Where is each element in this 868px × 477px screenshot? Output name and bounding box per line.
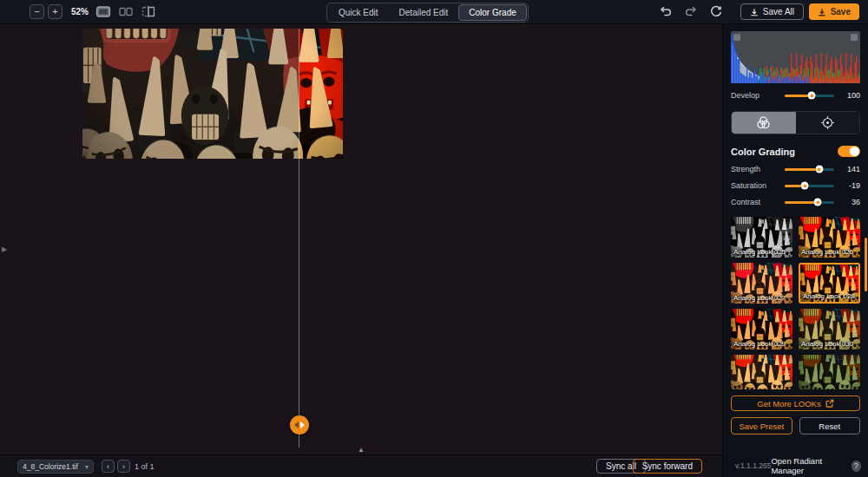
download-icon — [818, 8, 826, 16]
look-preset-grid: Analog Look 025 Analog Look 026 Analog L… — [731, 217, 860, 389]
preset-label: Analog Look 025 — [733, 248, 786, 256]
preset-thumbnail — [799, 355, 860, 389]
photo-canvas[interactable] — [82, 29, 636, 448]
contrast-label: Contrast — [731, 198, 785, 206]
get-more-looks-button[interactable]: Get More LOOKs — [731, 395, 860, 411]
panel-scrollbar[interactable] — [865, 238, 867, 291]
color-grading-header: Color Grading — [731, 146, 860, 157]
side-by-side-view-icon[interactable] — [118, 5, 134, 18]
contrast-value: 36 — [839, 198, 860, 206]
image-canvas-area: ▶ ▲ 4_8_Colorize1.tif ▾ ‹ › 1 of 1 Sync … — [0, 24, 723, 477]
saturation-label: Saturation — [731, 181, 785, 190]
version-label: v.1.1.1.265 — [735, 461, 771, 470]
preset-analog-look-028[interactable]: Analog Look 028 — [799, 263, 860, 304]
help-icon[interactable]: ? — [852, 461, 861, 472]
history-controls — [659, 4, 723, 18]
tab-targeted-adjust[interactable] — [796, 112, 860, 134]
open-radiant-manager-link[interactable]: Open Radiant Manager — [771, 456, 845, 475]
reset-icon[interactable] — [709, 4, 723, 18]
reset-button[interactable]: Reset — [799, 417, 861, 435]
external-link-icon — [825, 399, 834, 408]
save-all-button[interactable]: Save All — [740, 3, 804, 20]
preset-thumbnail — [731, 355, 792, 389]
save-button[interactable]: Save — [809, 3, 859, 20]
view-mode-buttons — [95, 5, 156, 18]
slider-knob[interactable] — [815, 166, 823, 173]
develop-slider[interactable] — [785, 95, 834, 97]
left-panel-expand-arrow[interactable]: ▶ — [2, 245, 7, 253]
color-grading-title: Color Grading — [731, 147, 795, 157]
color-grading-sliders: Strength 141 Saturation -19 Contrast 36 — [731, 165, 860, 206]
highlight-clipping-indicator[interactable] — [851, 34, 858, 41]
contrast-slider[interactable] — [785, 201, 834, 204]
image-navigation: ‹ › — [102, 460, 130, 473]
get-more-looks-label: Get More LOOKs — [757, 399, 820, 408]
split-arrow-left-icon — [294, 421, 299, 428]
crosshair-icon — [820, 115, 835, 130]
strength-slider-row: Strength 141 — [731, 165, 860, 173]
preset-partial-row[interactable] — [799, 355, 860, 389]
color-wheels-icon — [756, 115, 771, 130]
preset-analog-look-025[interactable]: Analog Look 025 — [731, 217, 792, 258]
filmstrip-expand-arrow[interactable]: ▲ — [358, 446, 365, 454]
preset-label: Analog Look 030 — [801, 340, 853, 348]
slider-fill — [785, 201, 818, 204]
strength-label: Strength — [731, 165, 785, 173]
split-arrow-right-icon — [300, 421, 305, 428]
single-view-icon[interactable] — [95, 5, 111, 18]
tab-color-looks[interactable] — [732, 112, 796, 134]
toggle-knob — [850, 147, 859, 156]
develop-slider-row: Develop 100 — [731, 91, 860, 100]
tab-detailed-edit[interactable]: Detailed Edit — [389, 4, 459, 21]
download-icon — [750, 8, 759, 16]
next-image-button[interactable]: › — [117, 460, 130, 473]
panel-footer: v.1.1.1.265 Open Radiant Manager ? — [723, 454, 868, 477]
zoom-in-button[interactable]: + — [48, 4, 62, 19]
slider-knob[interactable] — [801, 182, 809, 190]
tab-quick-edit[interactable]: Quick Edit — [328, 4, 389, 21]
histogram — [731, 31, 860, 83]
edit-mode-tabs: Quick Edit Detailed Edit Color Grade — [326, 3, 529, 23]
top-toolbar: − + 52% Quick Edit Detailed Edit Color G… — [0, 0, 868, 24]
chevron-down-icon: ▾ — [85, 463, 89, 471]
bottom-bar: 4_8_Colorize1.tif ▾ ‹ › 1 of 1 Sync all … — [0, 454, 722, 477]
shadow-clipping-indicator[interactable] — [733, 34, 740, 41]
preset-label: Analog Look 026 — [801, 248, 853, 256]
filename-label: 4_8_Colorize1.tif — [23, 462, 78, 471]
preset-label: Analog Look 028 — [803, 292, 855, 300]
sync-all-label: Sync all — [606, 461, 636, 471]
preset-analog-look-029[interactable]: Analog Look 029 — [731, 309, 792, 350]
saturation-slider[interactable] — [785, 185, 834, 187]
save-label: Save — [831, 7, 851, 16]
preset-partial-row[interactable] — [731, 355, 792, 389]
preset-analog-look-030[interactable]: Analog Look 030 — [799, 309, 860, 350]
slider-knob[interactable] — [808, 92, 816, 100]
color-grading-toggle[interactable] — [838, 146, 860, 157]
undo-icon[interactable] — [659, 4, 673, 18]
slider-fill — [785, 168, 819, 171]
strength-slider[interactable] — [785, 168, 834, 171]
zoom-out-button[interactable]: − — [30, 4, 44, 19]
develop-value: 100 — [839, 91, 860, 100]
preset-label: Analog Look 029 — [733, 340, 786, 348]
filename-dropdown[interactable]: 4_8_Colorize1.tif ▾ — [17, 460, 94, 474]
image-counter: 1 of 1 — [135, 462, 155, 471]
preset-analog-look-026[interactable]: Analog Look 026 — [799, 217, 860, 258]
preset-analog-look-027[interactable]: Analog Look 027 — [731, 263, 792, 304]
tab-color-grade[interactable]: Color Grade — [458, 4, 526, 21]
before-after-split-line — [299, 29, 299, 448]
saturation-value: -19 — [839, 181, 860, 190]
before-after-split-handle[interactable] — [290, 415, 309, 435]
panel-tabs — [731, 111, 860, 134]
save-all-label: Save All — [763, 7, 794, 16]
save-preset-button[interactable]: Save Preset — [731, 417, 792, 435]
previous-image-button[interactable]: ‹ — [102, 460, 115, 473]
preset-label: Analog Look 027 — [733, 294, 786, 302]
redo-icon[interactable] — [684, 4, 698, 18]
sync-forward-label: Sync forward — [642, 461, 693, 471]
edit-panel: Develop 100 Color Grading — [723, 24, 868, 477]
slider-knob[interactable] — [814, 199, 822, 206]
histogram-plot — [731, 31, 860, 83]
sync-forward-button[interactable]: Sync forward — [633, 459, 702, 474]
split-view-icon[interactable] — [141, 5, 156, 18]
